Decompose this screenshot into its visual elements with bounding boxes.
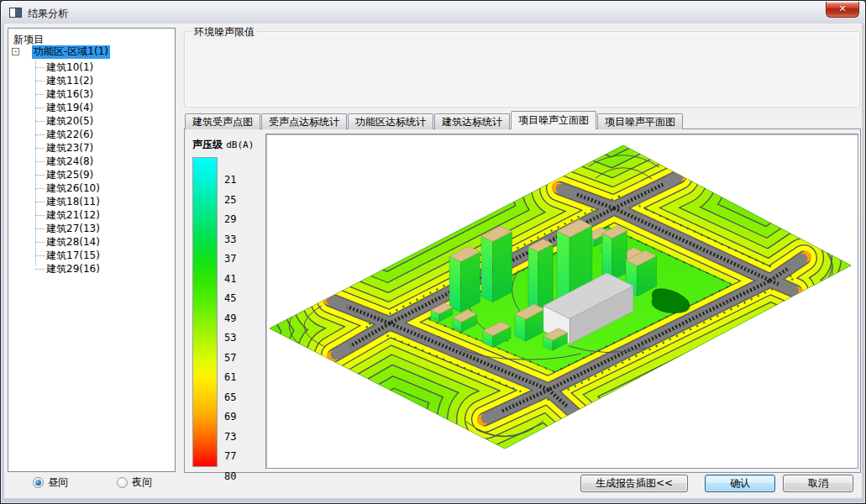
legend-value: 41 <box>224 274 236 284</box>
radio-nighttime-label: 夜间 <box>132 476 152 488</box>
tree-item-building[interactable]: 建筑17(15) <box>8 249 175 262</box>
tab-strip: 建筑受声点图受声点达标统计功能区达标统计建筑达标统计项目噪声立面图项目噪声平面图 <box>185 111 684 129</box>
tree-item-building[interactable]: 建筑20(5) <box>8 114 175 128</box>
legend-value: 77 <box>224 451 236 461</box>
generate-report-button[interactable]: 生成报告插图<< <box>580 475 688 492</box>
app-icon <box>9 8 22 18</box>
tree-item-building[interactable]: 建筑19(4) <box>8 101 175 114</box>
tab-4[interactable]: 建筑达标统计 <box>434 113 510 129</box>
legend-value: 61 <box>224 372 236 382</box>
legend-value: 73 <box>224 432 236 442</box>
tree-item-building[interactable]: 建筑28(14) <box>8 235 175 249</box>
legend-value: 37 <box>224 254 236 264</box>
legend-value: 21 <box>224 175 236 185</box>
tree-root-row[interactable]: - 功能区-区域1(1) <box>8 45 175 59</box>
legend-color-bar <box>192 157 218 467</box>
radio-nighttime-dot <box>117 477 128 488</box>
dialog-client-area: 新项目 - 功能区-区域1(1) 建筑10(1)建筑11(2)建筑16(3)建筑… <box>4 24 862 498</box>
legend-labels: 21252933374145495357616569737780 <box>224 129 258 473</box>
tree-item-building[interactable]: 建筑27(13) <box>8 222 175 235</box>
radio-nighttime[interactable]: 夜间 <box>117 476 152 490</box>
tab-5[interactable]: 项目噪声立面图 <box>511 111 596 129</box>
tree-item-building[interactable]: 建筑21(12) <box>8 208 175 222</box>
project-tree-panel: 新项目 - 功能区-区域1(1) 建筑10(1)建筑11(2)建筑16(3)建筑… <box>8 28 176 472</box>
tab-6[interactable]: 项目噪声平面图 <box>597 113 683 129</box>
tree-item-selected[interactable]: 功能区-区域1(1) <box>32 45 110 59</box>
titlebar[interactable]: 结果分析 ✕ <box>1 1 865 24</box>
cancel-button[interactable]: 取消 <box>783 475 853 492</box>
noise-limit-groupbox: 环境噪声限值 <box>184 31 860 108</box>
tree-children: 建筑10(1)建筑11(2)建筑16(3)建筑19(4)建筑20(5)建筑22(… <box>8 60 175 276</box>
tree-item-building[interactable]: 建筑25(9) <box>8 168 175 181</box>
close-button[interactable]: ✕ <box>826 2 859 18</box>
tree-item-building[interactable]: 建筑24(8) <box>8 155 175 168</box>
window-title: 结果分析 <box>28 7 68 21</box>
legend-value: 45 <box>224 293 236 303</box>
legend-value: 25 <box>224 195 236 205</box>
noise-map-canvas[interactable] <box>265 134 858 469</box>
confirm-button[interactable]: 确认 <box>705 475 775 492</box>
tab-3[interactable]: 功能区达标统计 <box>348 113 433 129</box>
noise-limit-title: 环境噪声限值 <box>192 25 257 39</box>
noise-map-3d <box>266 134 858 468</box>
legend-value: 49 <box>224 313 236 323</box>
radio-daytime[interactable]: 昼间 <box>33 476 68 490</box>
tab-2[interactable]: 受声点达标统计 <box>261 113 347 129</box>
tree-item-building[interactable]: 建筑23(7) <box>8 141 175 155</box>
tree-item-building[interactable]: 建筑26(10) <box>8 181 175 195</box>
legend-value: 65 <box>224 392 236 402</box>
tree-item-building[interactable]: 建筑11(2) <box>8 74 175 87</box>
tree-item-building[interactable]: 建筑16(3) <box>8 87 175 101</box>
radio-daytime-dot <box>33 477 44 488</box>
legend-value: 29 <box>224 214 236 224</box>
legend-value: 69 <box>224 412 236 422</box>
daynight-radio-group: 昼间 夜间 <box>4 475 340 493</box>
result-analysis-dialog: 结果分析 ✕ 新项目 - 功能区-区域1(1) 建筑10(1)建筑11(2)建筑… <box>0 0 866 504</box>
tree-item-building[interactable]: 建筑22(6) <box>8 128 175 141</box>
tab-1[interactable]: 建筑受声点图 <box>185 113 260 129</box>
collapse-icon[interactable]: - <box>12 48 19 55</box>
legend-title-text: 声压级 <box>192 139 223 150</box>
legend-value: 33 <box>224 234 236 244</box>
tree-item-building[interactable]: 建筑29(16) <box>8 262 175 276</box>
radio-daytime-label: 昼间 <box>48 476 68 488</box>
tree-item-building[interactable]: 建筑10(1) <box>8 60 175 74</box>
tree-item-building[interactable]: 建筑18(11) <box>8 195 175 208</box>
legend-value: 53 <box>224 333 236 343</box>
legend-value: 57 <box>224 353 236 363</box>
